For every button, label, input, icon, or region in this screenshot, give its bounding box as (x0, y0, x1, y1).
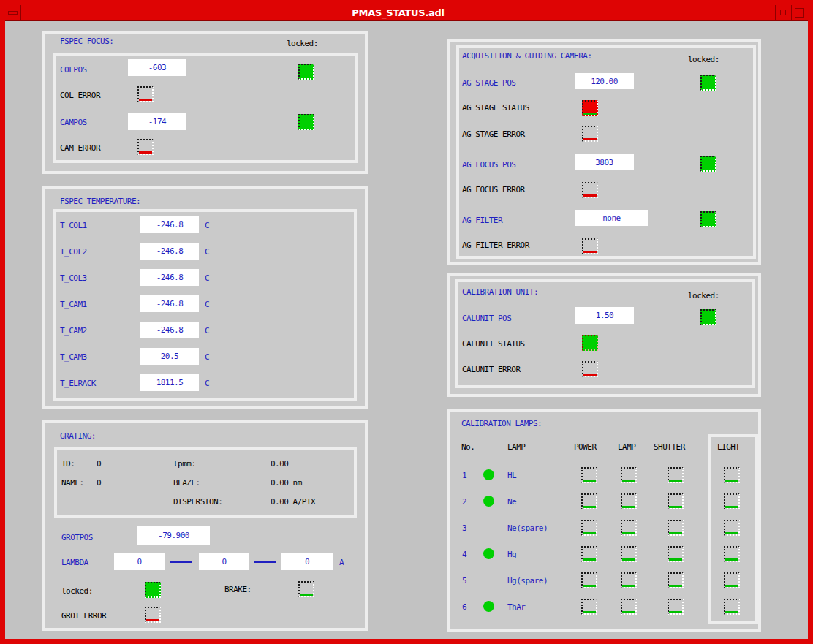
lamp-row-no: 1 (462, 471, 466, 480)
grating-id-label: ID: (61, 459, 75, 469)
colpos-field[interactable]: -603 (128, 59, 186, 76)
colpos-locked-led (298, 64, 314, 80)
temp-row-label: T_COL2 (60, 247, 87, 257)
calibration-lamps-title: CALIBRATION LAMPS: (461, 419, 542, 428)
titlebar: PMAS_STATUS.adl (5, 5, 808, 21)
ag-filter-error-label: AG FILTER ERROR (462, 240, 529, 250)
lamp-lamp-led (621, 493, 637, 509)
ag-stage-pos-field[interactable]: 120.00 (575, 73, 634, 89)
temp-row-unit: C (205, 273, 209, 283)
campos-field[interactable]: -174 (128, 113, 186, 130)
temp-row-label: T_CAM1 (60, 300, 87, 309)
calunit-status-led (582, 335, 598, 351)
lambda-field-3[interactable]: 0 (281, 553, 333, 570)
ag-filter-label: AG FILTER (462, 216, 502, 225)
fspec-temperature-title: FSPEC TEMPERATURE: (60, 197, 140, 206)
maximize-button[interactable] (791, 5, 808, 20)
temp-row-field[interactable]: -246.8 (140, 216, 199, 233)
maximize-icon (795, 8, 804, 18)
calibration-unit-locked-label: locked: (688, 291, 719, 300)
lamp-light-led (724, 493, 740, 509)
lambda-unit: A (339, 558, 344, 567)
lamp-row-no: 5 (462, 576, 466, 586)
lamp-light-led (724, 572, 740, 588)
lamp-lamp-led (621, 572, 637, 588)
grating-id-value: 0 (97, 459, 101, 469)
ag-focus-error-label: AG FOCUS ERROR (462, 185, 525, 194)
lamp-row-name: ThAr (507, 602, 526, 612)
temp-row-unit: C (205, 379, 209, 388)
lamp-shutter-led (668, 546, 684, 562)
lambda-field-1[interactable]: 0 (114, 553, 165, 570)
minimize-button[interactable] (775, 5, 791, 20)
fspec-focus-title: FSPEC FOCUS: (60, 37, 113, 46)
temp-row-unit: C (205, 247, 209, 257)
ag-focus-pos-field[interactable]: 3803 (575, 154, 634, 170)
fspec-focus-locked-label: locked: (287, 39, 318, 48)
lamp-lamp-led (621, 467, 637, 483)
window-content: FSPEC FOCUS: locked: COLPOS -603 COL ERR… (5, 21, 808, 639)
temp-row-label: T_ELRACK (60, 379, 96, 388)
window-menu-button[interactable] (5, 5, 21, 20)
temp-row-field[interactable]: 1811.5 (140, 374, 199, 391)
lamps-header-no: No. (461, 442, 474, 452)
lamp-shutter-led (668, 572, 684, 588)
lamp-row-name: HL (507, 471, 516, 480)
temp-row-label: T_COL3 (60, 273, 87, 283)
temp-row-label: T_COL1 (60, 221, 87, 230)
calunit-error-led (582, 361, 598, 377)
temp-row-field[interactable]: -246.8 (140, 243, 199, 260)
lambda-label: LAMBDA (61, 558, 88, 567)
ag-stage-error-led (582, 126, 598, 142)
lamp-light-led (724, 599, 740, 615)
lamp-power-led (581, 572, 597, 588)
lamp-on-indicator (483, 601, 494, 612)
grot-error-led (145, 607, 161, 623)
temp-row-label: T_CAM2 (60, 326, 87, 336)
ag-focus-locked-led (700, 156, 716, 172)
lamp-row-name: Ne(spare) (507, 523, 548, 533)
lamp-power-led (581, 493, 597, 509)
ag-filter-field[interactable]: none (575, 210, 648, 226)
grotpos-field[interactable]: -79.900 (137, 526, 210, 545)
grating-name-label: NAME: (61, 478, 84, 488)
temp-row-label: T_CAM3 (60, 352, 87, 362)
lamp-row-no: 2 (462, 497, 466, 507)
grating-lpmm-label: lpmm: (173, 459, 196, 469)
lamps-header-lamp2: LAMP (618, 442, 636, 452)
temp-row-unit: C (205, 300, 209, 309)
col-error-label: COL ERROR (60, 91, 100, 100)
lamp-light-led (724, 546, 740, 562)
ag-filter-locked-led (700, 211, 716, 227)
calunit-pos-label: CALUNIT POS (462, 314, 511, 323)
lamp-shutter-led (668, 493, 684, 509)
ag-filter-error-led (582, 238, 598, 254)
lambda-dash (254, 561, 276, 563)
lamp-lamp-led (621, 520, 637, 536)
lamps-header-shutter: SHUTTER (654, 442, 685, 452)
window-menu-icon (8, 11, 18, 15)
ag-stage-status-led (582, 100, 598, 116)
lamp-shutter-led (668, 467, 684, 483)
calunit-locked-led (700, 309, 716, 325)
ag-camera-locked-label: locked: (688, 55, 719, 64)
grating-blaze-value: 0.00 nm (271, 478, 302, 488)
temp-row-field[interactable]: -246.8 (140, 322, 199, 338)
grating-panel: GRATING: ID: 0 lpmm: 0.00 NAME: 0 BLAZE:… (42, 420, 368, 631)
calibration-unit-title: CALIBRATION UNIT: (462, 287, 538, 297)
lamp-on-indicator (483, 496, 494, 507)
lamps-header-lamp: LAMP (507, 442, 526, 452)
lambda-field-2[interactable]: 0 (199, 553, 249, 570)
ag-stage-locked-led (700, 75, 716, 91)
temp-row-unit: C (205, 326, 209, 336)
col-error-led (137, 86, 154, 102)
lamp-lamp-led (621, 599, 637, 615)
calunit-pos-field[interactable]: 1.50 (575, 307, 634, 324)
temp-row-unit: C (205, 352, 209, 362)
lamp-row-no: 4 (462, 550, 466, 559)
lamp-row-name: Hg(spare) (507, 576, 548, 586)
lamp-power-led (581, 599, 597, 615)
temp-row-field[interactable]: -246.8 (140, 269, 199, 286)
temp-row-field[interactable]: 20.5 (140, 348, 199, 365)
temp-row-field[interactable]: -246.8 (140, 295, 199, 312)
